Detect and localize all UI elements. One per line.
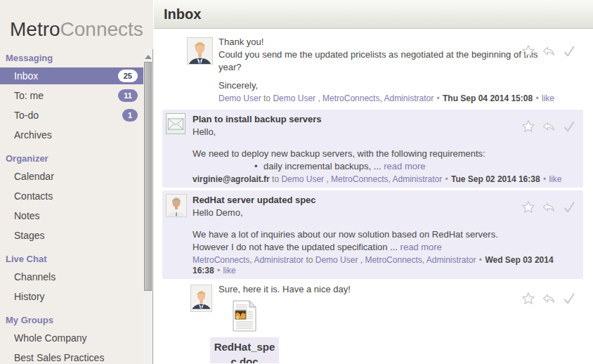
like-link[interactable]: like bbox=[542, 93, 554, 103]
message-actions bbox=[521, 44, 576, 58]
message-text: We have a lot of inquiries about our now… bbox=[193, 228, 576, 241]
sidebar-item-label: Calendar bbox=[14, 171, 54, 182]
sidebar-item-contacts[interactable]: Contacts bbox=[0, 188, 143, 204]
logo-text-primary: Metro bbox=[10, 18, 60, 40]
sidebar-item-channels[interactable]: Channels bbox=[0, 268, 143, 285]
sidebar-item-label: Best Sales Practices bbox=[14, 352, 104, 363]
to-label: to bbox=[263, 93, 271, 103]
sidebar-item-archives[interactable]: Archives bbox=[0, 126, 143, 143]
separator: • bbox=[445, 174, 449, 184]
envelope-icon bbox=[166, 113, 185, 134]
message-text: Could you send me the updated pricelists… bbox=[219, 48, 538, 74]
sidebar-item-label: Archives bbox=[14, 129, 52, 141]
separator: • bbox=[535, 93, 539, 103]
attachment[interactable]: RedHat_spec.doc bbox=[210, 300, 279, 363]
star-icon[interactable] bbox=[521, 200, 535, 214]
message-row: Sure, here it is. Have a nice day! bbox=[162, 282, 583, 363]
bullet-text: daily incremental backups, ... bbox=[263, 161, 382, 171]
author-email: virginie@agrolait.fr bbox=[193, 174, 270, 184]
avatar-demo-user bbox=[190, 285, 212, 312]
message-text: Hello Demo, bbox=[193, 207, 576, 219]
sidebar-item-label: To-do bbox=[14, 110, 39, 121]
mark-done-check-icon[interactable] bbox=[562, 44, 576, 58]
message-row: Thank you! Could you send me the updated… bbox=[162, 34, 583, 107]
like-link[interactable]: like bbox=[549, 174, 562, 184]
sidebar-item-label: Notes bbox=[14, 210, 40, 221]
mark-done-check-icon[interactable] bbox=[562, 292, 576, 306]
star-icon[interactable] bbox=[521, 292, 535, 306]
sidebar-item-label: Stages bbox=[14, 230, 45, 241]
app-window: { "brand": { "primary": "Metro", "second… bbox=[0, 0, 593, 364]
message-footer: Demo User to Demo User , MetroConnects, … bbox=[219, 93, 576, 104]
page-title: Inbox bbox=[154, 0, 593, 28]
read-more-link[interactable]: read more bbox=[400, 242, 442, 252]
reply-icon[interactable] bbox=[542, 292, 556, 306]
scrollbar-thumb[interactable] bbox=[144, 62, 152, 291]
sidebar-item-to-do[interactable]: To-do 1 bbox=[0, 107, 143, 124]
message-date: Thu Sep 04 2014 15:08 bbox=[443, 93, 533, 103]
star-icon[interactable] bbox=[521, 119, 535, 134]
message-text: However I do not have the updated specif… bbox=[193, 241, 576, 254]
sidebar-item-notes[interactable]: Notes bbox=[0, 207, 143, 224]
message-subject: Plan to install backup servers bbox=[193, 113, 576, 126]
to-me-count-badge: 11 bbox=[118, 89, 138, 102]
read-more-link[interactable]: read more bbox=[384, 161, 425, 171]
sidebar-item-history[interactable]: History bbox=[0, 288, 143, 305]
sidebar-item-calendar[interactable]: Calendar bbox=[0, 168, 143, 185]
sidebar-item-label: Contacts bbox=[14, 190, 53, 202]
message-text: We need to deploy new backup servers, wi… bbox=[193, 148, 576, 160]
message-footer: MetroConnects, Administrator to Demo Use… bbox=[193, 255, 576, 276]
message-footer: virginie@agrolait.fr to Demo User , Metr… bbox=[193, 174, 576, 185]
to-label: to bbox=[272, 174, 279, 184]
mark-done-check-icon[interactable] bbox=[562, 119, 576, 134]
sidebar-item-label: To: me bbox=[14, 90, 44, 101]
author-link[interactable]: Demo User bbox=[219, 93, 261, 103]
sidebar-section-live-chat: Live Chat bbox=[0, 254, 143, 264]
sidebar-item-to-me[interactable]: To: me 11 bbox=[0, 87, 143, 104]
star-icon[interactable] bbox=[521, 44, 535, 58]
message-actions bbox=[521, 292, 576, 306]
content-header: Inbox bbox=[154, 0, 593, 29]
to-do-count-badge: 1 bbox=[122, 109, 138, 122]
scroll-up-arrow-icon[interactable] bbox=[145, 55, 152, 59]
separator: • bbox=[542, 174, 547, 184]
document-icon bbox=[233, 300, 256, 332]
attachment-filename[interactable]: RedHat_spec.doc bbox=[210, 337, 279, 363]
sidebar-item-label: History bbox=[14, 291, 45, 302]
reply-icon[interactable] bbox=[542, 200, 556, 214]
message-row: Plan to install backup servers Hello, We… bbox=[162, 110, 583, 188]
avatar-demo-user bbox=[187, 37, 213, 65]
mark-done-check-icon[interactable] bbox=[562, 200, 576, 214]
message-list: Thank you! Could you send me the updated… bbox=[154, 29, 593, 363]
sidebar-item-label: Whole Company bbox=[14, 332, 87, 344]
sidebar-scrollbar[interactable] bbox=[143, 49, 153, 364]
inbox-count-badge: 25 bbox=[118, 70, 138, 82]
sidebar-section-organizer: Organizer bbox=[0, 153, 143, 164]
sidebar-item-stages[interactable]: Stages bbox=[0, 227, 143, 244]
author-link[interactable]: MetroConnects, Administrator bbox=[193, 255, 304, 265]
logo-text-secondary: Connects bbox=[60, 18, 143, 40]
to-label: to bbox=[306, 255, 313, 265]
recipients-link[interactable]: Demo User , MetroConnects, Administrator bbox=[281, 174, 442, 184]
reply-icon[interactable] bbox=[542, 44, 556, 58]
recipients-link[interactable]: Demo User , MetroConnects, Administrator bbox=[315, 255, 476, 265]
like-link[interactable]: like bbox=[223, 266, 236, 275]
separator: • bbox=[436, 93, 440, 103]
reply-icon[interactable] bbox=[542, 119, 556, 134]
message-row: RedHat server updated spec Hello Demo, W… bbox=[162, 190, 583, 279]
message-actions bbox=[521, 119, 576, 134]
separator: • bbox=[216, 266, 221, 275]
sidebar-menu: Messaging Inbox 25 To: me 11 To-do 1 Arc… bbox=[0, 49, 143, 364]
message-text: Sincerely, bbox=[219, 79, 576, 92]
message-subject: RedHat server updated spec bbox=[193, 194, 576, 207]
message-actions bbox=[521, 200, 576, 214]
avatar-administrator bbox=[166, 194, 187, 217]
sidebar-item-label: Channels bbox=[14, 271, 56, 282]
sidebar-item-whole-company[interactable]: Whole Company bbox=[0, 330, 143, 346]
sidebar-section-messaging: Messaging bbox=[0, 53, 143, 63]
sidebar-item-best-sales-practices[interactable]: Best Sales Practices bbox=[0, 349, 143, 364]
recipients-link[interactable]: Demo User , MetroConnects, Administrator bbox=[273, 93, 434, 103]
sidebar-item-inbox[interactable]: Inbox 25 bbox=[0, 67, 143, 84]
sidebar-item-label: Inbox bbox=[14, 70, 38, 82]
sidebar-section-my-groups: My Groups bbox=[0, 315, 143, 325]
